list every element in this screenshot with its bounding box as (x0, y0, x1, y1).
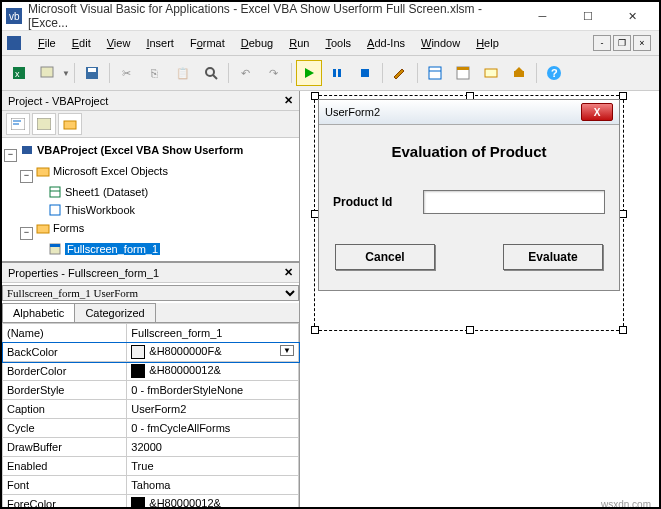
property-row[interactable]: BorderStyle0 - fmBorderStyleNone (3, 381, 299, 400)
property-row[interactable]: FontTahoma (3, 476, 299, 495)
menu-window[interactable]: Window (413, 35, 468, 51)
menu-format[interactable]: Format (182, 35, 233, 51)
watermark: wsxdn.com (601, 499, 651, 509)
collapse-icon[interactable]: − (4, 149, 17, 162)
toolbar: x ▼ ✂ ⎘ 📋 ↶ ↷ ? (2, 56, 659, 91)
svg-line-9 (213, 75, 217, 79)
svg-rect-13 (361, 69, 369, 77)
svg-rect-18 (457, 67, 469, 70)
svg-text:vb: vb (9, 11, 20, 22)
tree-item-form[interactable]: Fullscreen_form_1 (48, 242, 160, 256)
properties-title: Properties - Fullscreen_form_1 ✕ (2, 262, 299, 283)
app-icon: vb (6, 8, 22, 24)
reset-button[interactable] (352, 60, 378, 86)
menu-addins[interactable]: Add-Ins (359, 35, 413, 51)
collapse-icon[interactable]: − (20, 227, 33, 240)
tree-item-workbook[interactable]: ThisWorkbook (48, 203, 135, 217)
view-object-button[interactable] (32, 113, 56, 135)
project-explorer-close[interactable]: ✕ (284, 94, 293, 107)
property-row[interactable]: (Name)Fullscreen_form_1 (3, 324, 299, 343)
properties-grid[interactable]: (Name)Fullscreen_form_1BackColor&H800000… (2, 323, 299, 509)
project-icon (20, 143, 34, 157)
find-button[interactable] (198, 60, 224, 86)
property-row[interactable]: CaptionUserForm2 (3, 400, 299, 419)
svg-rect-12 (338, 69, 341, 77)
menu-insert[interactable]: Insert (138, 35, 182, 51)
object-browser-button[interactable] (478, 60, 504, 86)
close-button[interactable]: ✕ (610, 2, 655, 30)
insert-userform-button[interactable] (34, 60, 60, 86)
property-row[interactable]: EnabledTrue (3, 457, 299, 476)
minimize-button[interactable]: ─ (520, 2, 565, 30)
menu-run[interactable]: Run (281, 35, 317, 51)
mdi-system-icon[interactable] (6, 35, 22, 51)
toolbox-button[interactable] (506, 60, 532, 86)
svg-rect-19 (485, 69, 497, 77)
userform-preview[interactable]: UserForm2 X Evaluation of Product Produc… (318, 99, 620, 291)
svg-rect-30 (37, 168, 49, 176)
copy-button[interactable]: ⎘ (142, 60, 168, 86)
mdi-minimize-button[interactable]: - (593, 35, 611, 51)
paste-button[interactable]: 📋 (170, 60, 196, 86)
userform-close-button[interactable]: X (581, 103, 613, 121)
view-code-button[interactable] (6, 113, 30, 135)
menu-tools[interactable]: Tools (317, 35, 359, 51)
cancel-button[interactable]: Cancel (335, 244, 435, 270)
menu-bar: File Edit View Insert Format Debug Run T… (2, 31, 659, 56)
break-button[interactable] (324, 60, 350, 86)
sheet-icon (48, 185, 62, 199)
property-row[interactable]: ForeColor&H80000012& (3, 495, 299, 510)
run-button[interactable] (296, 60, 322, 86)
property-row[interactable]: DrawBuffer32000 (3, 438, 299, 457)
svg-rect-33 (50, 205, 60, 215)
tree-item-sheet[interactable]: Sheet1 (Dataset) (48, 185, 148, 199)
cut-button[interactable]: ✂ (114, 60, 140, 86)
maximize-button[interactable]: ☐ (565, 2, 610, 30)
properties-close[interactable]: ✕ (284, 266, 293, 279)
mdi-close-button[interactable]: × (633, 35, 651, 51)
property-row[interactable]: BorderColor&H80000012& (3, 362, 299, 381)
svg-rect-29 (22, 146, 32, 154)
svg-marker-21 (515, 67, 523, 71)
svg-rect-31 (50, 187, 60, 197)
toggle-folders-button[interactable] (58, 113, 82, 135)
form-designer[interactable]: UserForm2 X Evaluation of Product Produc… (300, 91, 659, 509)
svg-point-8 (206, 68, 214, 76)
userform-icon (48, 242, 62, 256)
property-row[interactable]: BackColor&H8000000F&▼ (3, 343, 299, 362)
svg-rect-27 (37, 118, 51, 130)
window-titlebar: vb Microsoft Visual Basic for Applicatio… (2, 2, 659, 31)
redo-button[interactable]: ↷ (261, 60, 287, 86)
menu-view[interactable]: View (99, 35, 139, 51)
svg-rect-5 (41, 67, 53, 77)
design-mode-button[interactable] (387, 60, 413, 86)
evaluate-button[interactable]: Evaluate (503, 244, 603, 270)
folder-icon (36, 164, 50, 178)
save-button[interactable] (79, 60, 105, 86)
collapse-icon[interactable]: − (20, 170, 33, 183)
window-title: Microsoft Visual Basic for Applications … (28, 2, 520, 30)
object-selector[interactable]: Fullscreen_form_1 UserForm (2, 285, 299, 301)
svg-rect-28 (64, 121, 76, 129)
svg-marker-10 (305, 68, 314, 78)
undo-button[interactable]: ↶ (233, 60, 259, 86)
help-button[interactable]: ? (541, 60, 567, 86)
menu-debug[interactable]: Debug (233, 35, 281, 51)
tab-categorized[interactable]: Categorized (74, 303, 155, 322)
svg-rect-20 (514, 71, 524, 77)
tab-alphabetic[interactable]: Alphabetic (2, 303, 75, 322)
view-excel-button[interactable]: x (6, 60, 32, 86)
project-tree[interactable]: −VBAProject (Excel VBA Show Userform −Mi… (2, 138, 299, 262)
menu-edit[interactable]: Edit (64, 35, 99, 51)
svg-rect-34 (37, 225, 49, 233)
form-heading: Evaluation of Product (329, 143, 609, 160)
menu-help[interactable]: Help (468, 35, 507, 51)
properties-window-button[interactable] (450, 60, 476, 86)
menu-file[interactable]: File (30, 35, 64, 51)
svg-marker-14 (394, 69, 404, 79)
svg-rect-7 (88, 68, 96, 72)
product-id-input[interactable] (423, 190, 605, 214)
project-explorer-button[interactable] (422, 60, 448, 86)
property-row[interactable]: Cycle0 - fmCycleAllForms (3, 419, 299, 438)
mdi-restore-button[interactable]: ❐ (613, 35, 631, 51)
